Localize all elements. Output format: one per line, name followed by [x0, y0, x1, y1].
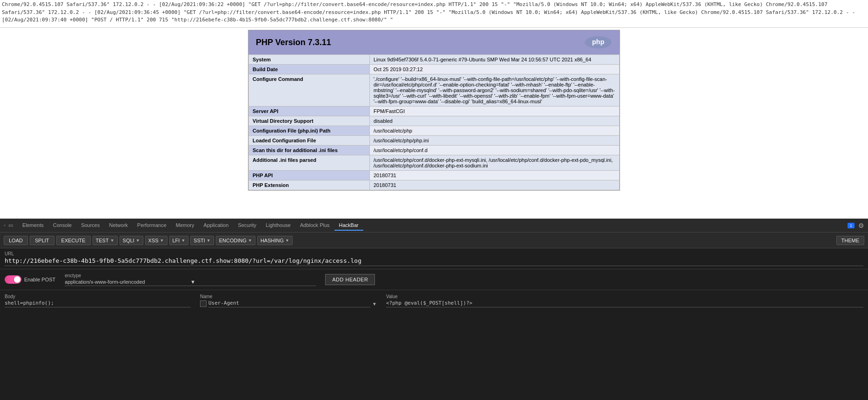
table-row: Scan this dir for additional .ini files/… — [249, 146, 620, 155]
header-name-label: Name — [200, 294, 377, 299]
xss-arrow-icon: ▼ — [160, 238, 164, 243]
svg-text:php: php — [592, 38, 605, 46]
header-name-group: Name ▼ — [200, 294, 377, 307]
phpinfo-header: PHP Version 7.3.11 php — [248, 30, 620, 54]
log-area: Chrome/92.0.4515.107 Safari/537.36" 172.… — [0, 0, 868, 28]
test-arrow-icon: ▼ — [110, 238, 114, 243]
theme-button[interactable]: THEME — [836, 236, 865, 245]
table-row: Build DateOct 25 2019 03:27:12 — [249, 65, 620, 74]
device-icon[interactable]: ▭ — [8, 222, 13, 228]
lfi-dropdown[interactable]: LFI ▼ — [169, 236, 189, 245]
devtools-tabs-bar: ◦ ▭ ElementsConsoleSourcesNetworkPerform… — [0, 219, 868, 233]
log-line-1: Chrome/92.0.4515.107 Safari/537.36" 172.… — [2, 1, 855, 23]
ssti-arrow-icon: ▼ — [207, 238, 211, 243]
devtools-tab-elements[interactable]: Elements — [18, 220, 48, 231]
body-group: Body — [5, 294, 191, 307]
body-label: Body — [5, 294, 191, 299]
devtools-tab-lighthouse[interactable]: Lighthouse — [261, 220, 295, 231]
lfi-arrow-icon: ▼ — [181, 238, 185, 243]
add-header-button[interactable]: ADD HEADER — [325, 274, 375, 285]
sqli-dropdown[interactable]: SQLI ▼ — [120, 236, 143, 245]
phpinfo-table: SystemLinux 9d945ef7306f 5.4.0-71-generi… — [248, 54, 620, 190]
url-section: URL — [0, 248, 868, 269]
sqli-arrow-icon: ▼ — [136, 238, 140, 243]
enable-post-toggle[interactable]: Enable POST — [5, 275, 55, 284]
devtools-tab-application[interactable]: Application — [199, 220, 234, 231]
enctype-group: enctype application/x-www-form-urlencode… — [65, 273, 316, 286]
devtools-tabs-list: ElementsConsoleSourcesNetworkPerformance… — [18, 220, 363, 231]
badge-count: 1 — [848, 223, 855, 228]
devtools-tab-network[interactable]: Network — [104, 220, 132, 231]
devtools-tab-console[interactable]: Console — [48, 220, 76, 231]
devtools-tab-memory[interactable]: Memory — [171, 220, 199, 231]
phpinfo-title: PHP Version 7.3.11 — [256, 38, 331, 47]
body-input[interactable] — [5, 300, 191, 307]
header-name-row: ▼ — [200, 300, 377, 307]
devtools-tab-hackbar[interactable]: HackBar — [334, 220, 363, 231]
encoding-arrow-icon: ▼ — [248, 238, 252, 243]
enctype-label: enctype — [65, 273, 316, 278]
post-section: Enable POST enctype application/x-www-fo… — [0, 269, 868, 290]
table-row: Server APIFPM/FastCGI — [249, 107, 620, 116]
devtools-panel: ◦ ▭ ElementsConsoleSourcesNetworkPerform… — [0, 219, 868, 400]
table-row: Configuration File (php.ini) Path/usr/lo… — [249, 126, 620, 136]
enctype-value: application/x-www-form-urlencoded — [65, 279, 190, 285]
php-logo-icon: php — [584, 35, 612, 50]
inspect-icon[interactable]: ◦ — [4, 222, 6, 228]
header-value-input[interactable] — [386, 300, 863, 307]
devtools-tab-adblock-plus[interactable]: Adblock Plus — [295, 220, 334, 231]
table-row: PHP API20180731 — [249, 171, 620, 180]
hackbar-toolbar: LOAD SPLIT EXECUTE TEST ▼ SQLI ▼ XSS ▼ L… — [0, 233, 868, 248]
encoding-dropdown[interactable]: ENCODING ▼ — [216, 236, 255, 245]
url-label: URL — [5, 251, 863, 256]
header-name-input[interactable] — [208, 300, 370, 307]
hashing-dropdown[interactable]: HASHING ▼ — [257, 236, 293, 245]
devtools-tab-performance[interactable]: Performance — [133, 220, 171, 231]
table-row: SystemLinux 9d945ef7306f 5.4.0-71-generi… — [249, 55, 620, 65]
devtools-right-icons: 1 ⚙ — [848, 222, 864, 229]
execute-button[interactable]: EXECUTE — [56, 236, 91, 245]
enable-post-label: Enable POST — [24, 277, 55, 282]
toggle-track[interactable] — [5, 275, 21, 284]
header-name-arrow-icon: ▼ — [372, 301, 377, 307]
url-input[interactable] — [5, 257, 863, 266]
table-row: Configure Command'./configure' '--build=… — [249, 74, 620, 107]
theme-section: THEME — [836, 236, 865, 245]
xss-dropdown[interactable]: XSS ▼ — [145, 236, 167, 245]
body-section: Body Name ▼ Value — [0, 290, 868, 311]
load-button[interactable]: LOAD — [4, 236, 28, 245]
devtools-tab-security[interactable]: Security — [233, 220, 261, 231]
header-checkbox[interactable] — [200, 300, 207, 307]
header-value-group: Value — [386, 294, 863, 307]
table-row: Virtual Directory Supportdisabled — [249, 116, 620, 126]
table-row: Loaded Configuration File/usr/local/etc/… — [249, 136, 620, 146]
enctype-arrow-icon: ▼ — [190, 279, 316, 285]
hashing-arrow-icon: ▼ — [285, 238, 289, 243]
devtools-icons: ◦ ▭ — [4, 222, 13, 228]
test-dropdown[interactable]: TEST ▼ — [93, 236, 118, 245]
settings-icon[interactable]: ⚙ — [858, 222, 864, 229]
table-row: PHP Extension20180731 — [249, 180, 620, 190]
enctype-select-wrap[interactable]: application/x-www-form-urlencoded ▼ — [65, 279, 316, 286]
split-button[interactable]: SPLIT — [30, 236, 54, 245]
table-row: Additional .ini files parsed/usr/local/e… — [249, 155, 620, 171]
phpinfo-container: PHP Version 7.3.11 php SystemLinux 9d945… — [248, 30, 620, 191]
ssti-dropdown[interactable]: SSTI ▼ — [190, 236, 214, 245]
toggle-knob — [14, 276, 20, 283]
devtools-tab-sources[interactable]: Sources — [76, 220, 104, 231]
header-value-label: Value — [386, 294, 863, 299]
